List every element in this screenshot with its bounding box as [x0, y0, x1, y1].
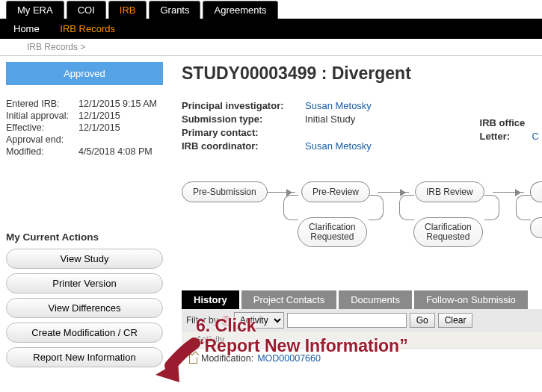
loop-icon — [369, 195, 384, 220]
actions-title: My Current Actions — [6, 231, 174, 243]
effective-value: 12/1/2015 — [78, 122, 120, 133]
wf-post-review: Po — [530, 181, 542, 202]
modified-value: 4/5/2018 4:08 PM — [78, 146, 153, 157]
arrow-icon — [493, 192, 524, 193]
tab-my-era[interactable]: My ERA — [6, 1, 64, 19]
tab-history[interactable]: History — [182, 290, 239, 309]
tab-project-contacts[interactable]: Project Contacts — [241, 290, 336, 309]
wf-irb-review: IRB Review — [415, 181, 484, 202]
help-icon[interactable]: ? — [221, 316, 231, 326]
wf-pre-submission: Pre-Submission — [182, 181, 268, 202]
wf-modification: Mo — [530, 217, 542, 238]
wf-clarification-2: ClarificationRequested — [413, 217, 483, 247]
tab-coi[interactable]: COI — [67, 1, 106, 19]
loop-icon — [516, 195, 531, 220]
modification-label: Modification: — [201, 353, 253, 364]
status-badge: Approved — [6, 62, 163, 85]
modified-label: Modified: — [6, 146, 78, 157]
loop-icon — [399, 195, 414, 220]
view-differences-button[interactable]: View Differences — [6, 298, 163, 318]
submission-type-label: Submission type: — [182, 113, 305, 125]
document-icon — [189, 354, 197, 364]
primary-contact-label: Primary contact: — [182, 127, 305, 138]
page-title: STUDY00003499 : Divergent — [182, 63, 542, 84]
initial-approval-value: 12/1/2015 — [78, 111, 120, 121]
breadcrumb: IRB Records > — [0, 39, 542, 56]
submission-type-value: Initial Study — [305, 113, 355, 125]
arrow-icon — [378, 192, 409, 193]
wf-pre-review: Pre-Review — [301, 181, 370, 202]
tab-grants[interactable]: Grants — [149, 1, 200, 19]
wf-clarification-1: ClarificationRequested — [298, 217, 367, 247]
view-study-button[interactable]: View Study — [6, 249, 163, 269]
filter-bar: Filter by ? Activity Go Clear — [182, 309, 542, 332]
tab-agreements[interactable]: Agreements — [203, 1, 277, 19]
go-button[interactable]: Go — [410, 313, 435, 328]
entered-label: Entered IRB: — [6, 99, 78, 109]
loop-icon — [484, 195, 499, 220]
column-header-activity: Activity — [182, 332, 542, 349]
clear-button[interactable]: Clear — [438, 313, 473, 328]
filter-input[interactable] — [287, 313, 407, 328]
tab-documents[interactable]: Documents — [339, 290, 412, 309]
letter-label: Letter: — [480, 131, 529, 142]
filter-select[interactable]: Activity — [234, 312, 284, 329]
tab-irb[interactable]: IRB — [108, 1, 147, 19]
modification-link[interactable]: MOD00007660 — [257, 353, 321, 364]
printer-version-button[interactable]: Printer Version — [6, 273, 163, 293]
sub-nav: Home IRB Records — [0, 19, 542, 39]
irb-coordinator-link[interactable]: Susan Metosky — [305, 140, 372, 152]
pi-label: Principal investigator: — [182, 100, 305, 111]
side-info: IRB office Letter:C — [480, 117, 539, 144]
letter-link[interactable]: C — [532, 131, 539, 142]
irb-office-label: IRB office — [480, 117, 529, 128]
filter-label: Filter by — [186, 315, 218, 326]
create-modification-button[interactable]: Create Modification / CR — [6, 323, 163, 343]
report-new-information-button[interactable]: Report New Information — [6, 347, 163, 367]
tab-follow-on[interactable]: Follow-on Submissio — [414, 290, 528, 309]
workflow-diagram: Pre-Submission Pre-Review IRB Review Po … — [182, 172, 542, 262]
subnav-home[interactable]: Home — [13, 23, 40, 34]
approval-end-label: Approval end: — [6, 134, 78, 145]
arrow-icon — [267, 192, 295, 193]
initial-approval-label: Initial approval: — [6, 111, 78, 121]
effective-label: Effective: — [6, 122, 78, 133]
entered-value: 12/1/2015 9:15 AM — [78, 99, 157, 109]
main-tabs: My ERA COI IRB Grants Agreements — [0, 0, 542, 19]
loop-icon — [283, 195, 298, 220]
table-row: Modification: MOD00007660 — [182, 349, 542, 368]
pi-link[interactable]: Susan Metosky — [305, 100, 372, 111]
subnav-irb-records[interactable]: IRB Records — [60, 23, 115, 34]
lower-tabs: History Project Contacts Documents Follo… — [182, 290, 542, 309]
irb-coordinator-label: IRB coordinator: — [182, 140, 305, 152]
